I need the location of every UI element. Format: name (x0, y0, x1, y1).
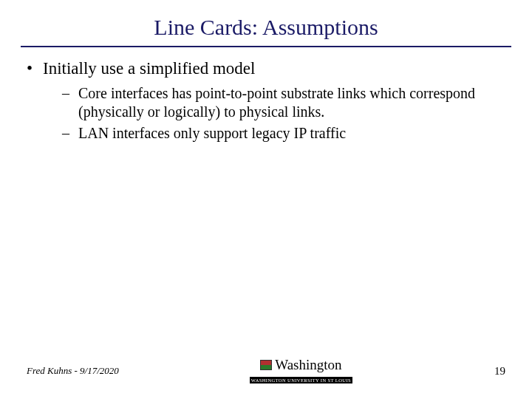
bullet-dash-icon: – (62, 124, 78, 143)
bullet-level1: • Initially use a simplified model (27, 59, 505, 78)
slide: Line Cards: Assumptions • Initially use … (0, 0, 532, 399)
crest-icon (260, 360, 272, 370)
slide-title: Line Cards: Assumptions (0, 0, 532, 46)
slide-footer: Fred Kuhns - 9/17/2020 Washington WASHIN… (0, 356, 532, 386)
bullet-dash-icon: – (62, 84, 78, 121)
university-name: Washington (275, 357, 341, 373)
bullet-text: LAN interfaces only support legacy IP tr… (78, 124, 346, 143)
bullet-text: Initially use a simplified model (43, 59, 255, 78)
bullet-level2: – LAN interfaces only support legacy IP … (62, 124, 505, 143)
title-underline (21, 46, 511, 47)
footer-affiliation: Washington WASHINGTON UNIVERSITY IN ST L… (250, 357, 352, 385)
page-number: 19 (483, 365, 505, 378)
bullet-level2: – Core interfaces has point-to-point sub… (62, 84, 505, 121)
bullet-text: Core interfaces has point-to-point subst… (78, 84, 505, 121)
slide-body: • Initially use a simplified model – Cor… (0, 59, 532, 143)
bullet-dot-icon: • (27, 59, 43, 78)
university-subtitle: WASHINGTON UNIVERSITY IN ST LOUIS (250, 377, 352, 383)
footer-author-date: Fred Kuhns - 9/17/2020 (27, 365, 119, 377)
